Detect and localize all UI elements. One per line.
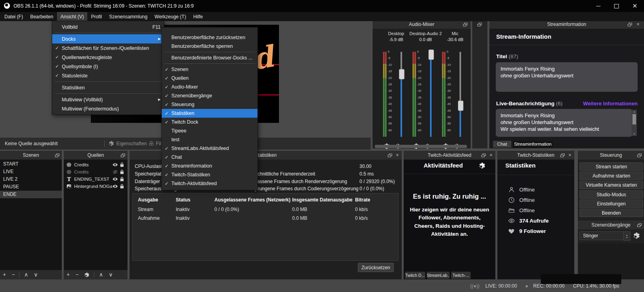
menu-item-statusleiste[interactable]: Statusleiste [52,71,164,80]
tab-streamlabs[interactable]: StreamLab... [427,272,450,279]
notification-input[interactable]: Immortals Fenyx Rising ohne großen Unter… [496,109,632,137]
spin-down-icon[interactable]: ▼ [626,236,628,239]
close-button[interactable]: ✕ [626,0,644,12]
remove-source-button[interactable]: − [75,270,79,279]
menu-item-browser-docks[interactable]: Benutzerdefinierte Browser-Docks ... [162,53,257,62]
menu-hilfe[interactable]: Hilfe [190,12,206,21]
dock-float-icon[interactable] [55,154,59,157]
menu-item-szenenuebergaenge[interactable]: Szenenübergänge [162,91,257,100]
tab-twitch[interactable]: Twitch-... [451,272,471,279]
scroll-down-icon[interactable]: ▼ [632,133,637,135]
menu-item-multiview-vollbild[interactable]: Multiview (Vollbild) ▶ [52,95,164,104]
menu-item-streamlabs-feed[interactable]: StreamLabs Aktivitätsfeed [162,144,257,153]
menu-item-statistiken-dock[interactable]: Statistiken [162,109,257,118]
scene-row[interactable]: PAUSE [0,183,62,191]
source-row[interactable]: Credits [64,168,128,176]
volume-fader[interactable] [459,52,461,137]
move-source-up-button[interactable]: ∧ [99,270,103,279]
menu-item-vollbild[interactable]: Vollbild F11 [52,22,164,32]
reset-button[interactable]: Zurücksetzen [358,263,394,272]
menu-item-twitch-statistiken[interactable]: Twitch-Statistiken [162,170,257,179]
maximize-button[interactable] [607,0,626,12]
menu-item-quellenwerkzeugleiste[interactable]: Quellenwerkzeugleiste [52,53,164,62]
source-properties-gear-icon[interactable] [84,272,90,278]
mixer-scrollbar[interactable] [375,145,467,148]
menu-bearbeiten[interactable]: Bearbeiten [27,12,57,21]
menu-item-schaltflaechen[interactable]: Schaltflächen für Szenen-/Quellenlisten [52,43,164,53]
menu-item-quellen[interactable]: Quellen [162,74,257,83]
dock-float-icon[interactable] [637,154,642,157]
dock-float-icon[interactable] [560,154,565,157]
move-scene-down-button[interactable]: ∨ [34,270,38,279]
properties-button[interactable]: Eigenschaften [116,141,147,146]
lock-icon[interactable] [119,176,125,182]
scene-row[interactable]: LIVE [0,168,62,176]
lock-icon[interactable] [119,162,125,168]
tab-chat[interactable]: Chat [493,141,511,148]
quit-button[interactable]: Beenden [579,209,643,217]
menu-item-twitch-aktivitaetsfeed[interactable]: Twitch-Aktivitätsfeed [162,179,257,188]
tab-twitch-dock[interactable]: Twitch D... [405,272,425,279]
scene-row[interactable]: LIVE 2 [0,176,62,183]
fader-handle[interactable] [428,49,434,60]
settings-button[interactable]: Einstellungen [579,199,643,208]
close-icon[interactable]: × [488,152,494,158]
dock-float-icon[interactable] [463,23,467,26]
volume-fader[interactable] [401,52,402,137]
menu-item-chat[interactable]: Chat [162,153,257,162]
source-row[interactable]: Hintergrund NOGa [64,183,128,190]
volume-fader[interactable] [430,52,432,137]
menu-datei[interactable]: Datei (F) [1,12,27,21]
dock-float-icon[interactable] [481,154,486,157]
menu-item-twitch-dock[interactable]: Twitch Dock [162,118,257,126]
menu-item-tipeee[interactable]: Tipeee [162,126,257,135]
menu-szenensammlung[interactable]: Szenensammlung [106,12,151,21]
start-virtual-camera-button[interactable]: Virtuelle Kamera starten [579,181,643,189]
filter-icon[interactable] [148,140,154,146]
menu-item-streaminformation[interactable]: Streaminformation [162,162,257,170]
minimize-button[interactable] [589,0,607,12]
menu-profil[interactable]: Profil [87,12,105,21]
menu-item-ui-reset[interactable]: Benutzeroberfläche zurücksetzen [162,33,257,42]
eye-off-icon[interactable] [112,169,118,175]
source-row[interactable]: T ENDING_TEXST [64,176,128,183]
properties-gear-icon[interactable] [108,140,114,146]
add-source-button[interactable]: + [67,270,70,279]
transition-spinner[interactable]: ▲▼ [623,231,630,241]
eye-icon[interactable] [112,176,118,182]
start-stream-button[interactable]: Stream starten [579,162,643,171]
menu-item-szenen[interactable]: Szenen [162,65,257,74]
source-row[interactable]: Credits [64,161,128,168]
dock-float-icon[interactable] [477,23,482,26]
studio-mode-button[interactable]: Studio-Modus [579,190,643,199]
fader-handle[interactable] [399,69,404,79]
menu-item-docks[interactable]: Docks ▶ [52,34,164,43]
menu-item-test[interactable]: test [162,135,257,144]
menu-item-ui-lock[interactable]: Benutzeroberfläche sperren [162,42,257,51]
close-icon[interactable]: × [567,152,573,158]
scroll-up-icon[interactable]: ▲ [632,110,637,113]
lock-icon[interactable] [119,183,125,189]
tab-streaminformation[interactable]: Streaminformation [513,141,553,148]
eye-icon[interactable] [112,162,118,168]
menu-item-steuerung[interactable]: Steuerung [162,100,257,109]
menu-werkzeuge[interactable]: Werkzeuge (T) [151,12,190,21]
menu-item-quellsymbole[interactable]: Quellsymbole (I) [52,62,164,71]
dock-float-icon[interactable] [637,223,642,227]
menu-item-statistiken[interactable]: Statistiken [52,83,164,92]
scrollbar-thumb[interactable] [632,114,636,124]
close-icon[interactable]: × [635,21,641,28]
transition-gear-icon[interactable] [633,232,640,239]
dock-float-icon[interactable] [628,23,632,26]
activity-settings-gear-icon[interactable] [479,162,486,169]
scene-row[interactable]: START [0,160,62,168]
lock-icon[interactable] [119,169,125,175]
transition-select[interactable]: Stinger [579,231,626,240]
fader-handle[interactable] [458,101,463,111]
menu-ansicht[interactable]: Ansicht (V) [57,12,88,21]
chat-input-strip[interactable] [541,274,621,284]
textarea-scrollbar[interactable]: ▲ ▼ [632,110,637,136]
menu-item-multiview-fenster[interactable]: Multiview (Fenstermodus) [52,104,164,113]
dock-float-icon[interactable] [388,154,392,157]
start-recording-button[interactable]: Aufnahme starten [579,172,643,180]
